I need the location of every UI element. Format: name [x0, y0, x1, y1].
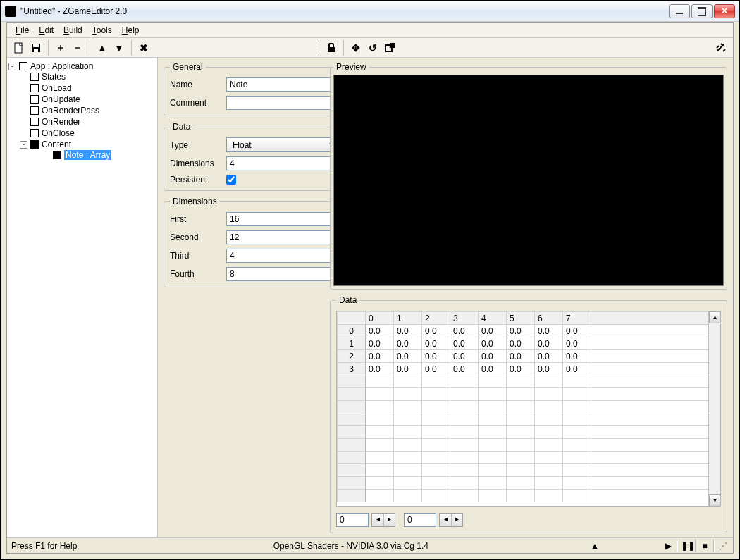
- scroll-down-icon[interactable]: ▾: [709, 494, 720, 506]
- table-row[interactable]: 10.00.00.00.00.00.00.00.0: [338, 337, 720, 350]
- grid-cell[interactable]: 0.0: [366, 363, 394, 375]
- new-file-icon[interactable]: [11, 40, 27, 56]
- grid-cell[interactable]: 0.0: [563, 325, 591, 337]
- grid-cell[interactable]: 0.0: [450, 363, 479, 375]
- grid-cell[interactable]: 0.0: [366, 350, 394, 363]
- remove-button[interactable]: －: [70, 40, 85, 56]
- grid-cell[interactable]: 0.0: [394, 350, 422, 363]
- table-row[interactable]: 20.00.00.00.00.00.00.00.0: [338, 350, 720, 363]
- grid-cell[interactable]: 0.0: [507, 350, 535, 363]
- menubar[interactable]: File Edit Build Tools Help: [7, 23, 733, 38]
- grid-cell[interactable]: 0.0: [394, 325, 422, 337]
- select-type[interactable]: Float: [226, 137, 339, 152]
- external-icon[interactable]: [382, 40, 397, 56]
- input-first[interactable]: [226, 212, 339, 226]
- grid-cell[interactable]: 0.0: [479, 363, 507, 375]
- data-grid[interactable]: 0123456700.00.00.00.00.00.00.00.010.00.0…: [336, 311, 721, 507]
- tree-onclose[interactable]: OnClose: [42, 128, 75, 138]
- tree-states[interactable]: States: [42, 72, 66, 82]
- spin2-next-icon[interactable]: ▸: [451, 514, 462, 526]
- col-header[interactable]: 5: [507, 312, 535, 325]
- tree-onrender[interactable]: OnRender: [42, 117, 80, 127]
- dim-index-1[interactable]: ◂▸: [336, 513, 395, 527]
- grid-cell[interactable]: 0.0: [366, 325, 394, 337]
- col-header[interactable]: 2: [422, 312, 450, 325]
- grid-cell[interactable]: 0.0: [535, 363, 563, 375]
- tree-note-selected[interactable]: Note : Array: [64, 150, 111, 160]
- grid-cell[interactable]: 0.0: [422, 363, 450, 375]
- tree-collapse-icon[interactable]: -: [8, 63, 16, 70]
- grid-cell[interactable]: 0.0: [507, 337, 535, 350]
- toolbar-grip[interactable]: [318, 41, 322, 55]
- col-header[interactable]: 4: [479, 312, 507, 325]
- grid-cell[interactable]: 0.0: [479, 350, 507, 363]
- resize-grip-icon[interactable]: ⋰: [717, 541, 729, 551]
- checkbox-persistent[interactable]: [226, 175, 236, 185]
- grid-cell[interactable]: 0.0: [535, 350, 563, 363]
- save-icon[interactable]: [28, 40, 44, 56]
- move-down-icon[interactable]: ▼: [111, 40, 127, 56]
- tree-collapse-icon[interactable]: -: [20, 141, 27, 149]
- grid-cell[interactable]: 0.0: [394, 363, 422, 375]
- minimize-button[interactable]: [669, 4, 690, 18]
- maximize-button[interactable]: [691, 4, 713, 18]
- spin2-prev-icon[interactable]: ◂: [440, 514, 451, 526]
- grid-cell[interactable]: 0.0: [422, 337, 450, 350]
- input-second[interactable]: [226, 230, 339, 244]
- grid-cell[interactable]: 0.0: [394, 337, 422, 350]
- play-icon[interactable]: ▶: [662, 541, 674, 551]
- col-header[interactable]: 1: [394, 312, 422, 325]
- spin2-value[interactable]: [404, 513, 436, 527]
- titlebar[interactable]: "Untitled" - ZGameEditor 2.0 ×: [1, 1, 739, 22]
- grid-scrollbar[interactable]: ▴ ▾: [708, 311, 720, 506]
- input-dimensions[interactable]: [226, 156, 339, 170]
- close-button[interactable]: ×: [714, 4, 735, 18]
- grid-cell[interactable]: 0.0: [563, 363, 591, 375]
- grid-cell[interactable]: 0.0: [366, 337, 394, 350]
- col-header[interactable]: 7: [563, 312, 591, 325]
- col-header[interactable]: 0: [366, 312, 394, 325]
- tree-onload[interactable]: OnLoad: [42, 83, 72, 93]
- tree-onupdate[interactable]: OnUpdate: [42, 94, 80, 104]
- grid-cell[interactable]: 0.0: [479, 337, 507, 350]
- pause-icon[interactable]: ❚❚: [681, 541, 692, 551]
- input-name[interactable]: [226, 77, 339, 92]
- reset-icon[interactable]: ↺: [365, 40, 381, 56]
- grid-cell[interactable]: 0.0: [563, 337, 591, 350]
- grid-cell[interactable]: 0.0: [450, 350, 479, 363]
- input-comment[interactable]: [226, 96, 339, 110]
- add-button[interactable]: ＋: [53, 40, 68, 56]
- spin1-next-icon[interactable]: ▸: [383, 514, 395, 526]
- dim-index-2[interactable]: ◂▸: [404, 513, 463, 527]
- row-header[interactable]: 2: [338, 350, 366, 363]
- grid-cell[interactable]: 0.0: [507, 363, 535, 375]
- scroll-up-icon[interactable]: ▴: [709, 311, 720, 323]
- row-header[interactable]: 1: [338, 337, 366, 350]
- menu-tools[interactable]: Tools: [88, 24, 116, 37]
- grid-cell[interactable]: 0.0: [450, 337, 479, 350]
- col-header[interactable]: 3: [450, 312, 479, 325]
- menu-build[interactable]: Build: [59, 24, 87, 37]
- move-up-icon[interactable]: ▲: [94, 40, 110, 56]
- menu-file[interactable]: File: [11, 24, 33, 37]
- tree-content[interactable]: Content: [42, 139, 71, 149]
- grid-cell[interactable]: 0.0: [535, 325, 563, 337]
- input-fourth[interactable]: [226, 267, 339, 281]
- lock-icon[interactable]: [323, 40, 339, 56]
- input-third[interactable]: [226, 249, 339, 263]
- grid-cell[interactable]: 0.0: [450, 325, 479, 337]
- project-tree[interactable]: -App : Application States OnLoad OnUpdat…: [7, 58, 158, 537]
- grid-cell[interactable]: 0.0: [422, 350, 450, 363]
- grid-cell[interactable]: 0.0: [422, 325, 450, 337]
- table-row[interactable]: 00.00.00.00.00.00.00.00.0: [338, 325, 720, 337]
- preview-viewport[interactable]: [333, 75, 724, 286]
- row-header[interactable]: 3: [338, 363, 366, 375]
- spin1-prev-icon[interactable]: ◂: [372, 514, 383, 526]
- tree-root[interactable]: App : Application: [30, 61, 93, 71]
- menu-help[interactable]: Help: [118, 24, 144, 37]
- row-header[interactable]: 0: [338, 325, 366, 337]
- grid-cell[interactable]: 0.0: [563, 350, 591, 363]
- tree-onrenderpass[interactable]: OnRenderPass: [42, 106, 99, 116]
- warning-icon[interactable]: ▲: [589, 541, 600, 551]
- grid-cell[interactable]: 0.0: [479, 325, 507, 337]
